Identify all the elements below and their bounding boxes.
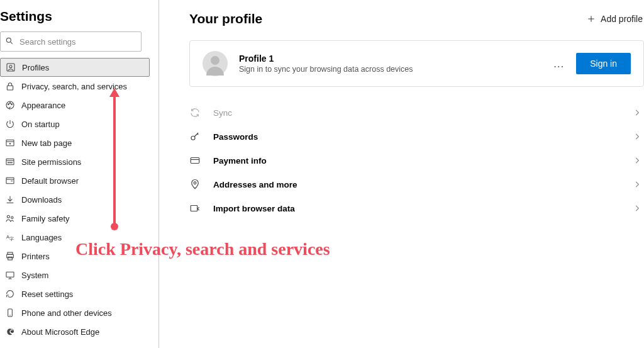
nav-item-downloads[interactable]: Downloads [0,190,150,209]
card-icon [189,155,201,166]
nav-label: Privacy, search, and services [21,82,127,91]
setting-sync: Sync [189,101,644,125]
main-header: Your profile Add profile [189,11,644,26]
svg-point-21 [7,215,9,218]
nav-label: System [21,271,48,280]
setting-label: Sync [213,108,633,118]
add-profile-label: Add profile [601,14,643,24]
avatar [203,51,228,76]
nav-item-newtab[interactable]: New tab page [0,133,150,152]
key-icon [189,131,201,142]
reset-icon [5,289,15,299]
svg-point-16 [9,162,10,163]
svg-text:字: 字 [9,236,14,242]
nav-label: Printers [21,252,50,261]
svg-point-8 [11,104,13,105]
system-icon [5,270,15,280]
phone-icon [5,308,15,318]
svg-rect-36 [191,158,199,164]
sync-icon [189,107,201,118]
svg-point-6 [8,104,9,105]
power-icon [5,119,15,129]
search-container [0,31,150,52]
family-icon [5,213,15,223]
nav-label: Profiles [22,63,49,72]
chevron-right-icon [633,132,641,141]
profile-name: Profile 1 [239,53,541,64]
svg-rect-27 [8,257,13,260]
nav-label: About Microsoft Edge [21,327,99,337]
nav-item-privacy[interactable]: Privacy, search, and services [0,77,150,96]
import-icon [189,203,201,214]
nav-item-about[interactable]: About Microsoft Edge [0,322,150,341]
profile-desc: Sign in to sync your browsing data acros… [239,65,541,74]
svg-point-22 [11,216,13,218]
svg-rect-13 [6,159,14,164]
nav-label: New tab page [21,138,72,148]
settings-title: Settings [0,5,150,31]
nav-item-permissions[interactable]: Site permissions [0,152,150,171]
lock-icon [5,81,15,91]
nav-item-reset[interactable]: Reset settings [0,284,150,303]
nav-label: Site permissions [21,157,81,167]
add-profile-button[interactable]: Add profile [587,14,644,24]
nav-item-printers[interactable]: Printers [0,247,150,266]
profile-settings-list: Sync Passwords Payment info Addresses an… [189,101,644,220]
profile-icon [6,62,16,72]
nav-item-family[interactable]: Family safety [0,209,150,228]
newtab-icon [5,138,15,148]
plus-icon [587,14,596,23]
svg-point-3 [9,65,12,68]
paint-icon [5,100,15,110]
download-icon [5,194,15,205]
svg-point-17 [11,162,12,163]
nav-label: Reset settings [21,289,73,299]
nav-item-defaultbrowser[interactable]: Default browser [0,171,150,190]
main-content: Your profile Add profile Profile 1 Sign … [159,0,644,348]
svg-rect-2 [7,64,14,71]
setting-payment[interactable]: Payment info [189,149,644,172]
svg-point-15 [8,162,9,163]
nav-label: Languages [21,233,62,242]
edge-icon [5,327,15,337]
svg-point-35 [191,136,195,140]
printer-icon [5,251,15,261]
nav-label: Family safety [21,214,70,223]
chevron-right-icon [633,204,641,213]
signin-button[interactable]: Sign in [576,53,631,74]
setting-import[interactable]: Import browser data [189,196,644,220]
nav-item-profiles[interactable]: Profiles [0,58,150,77]
svg-rect-4 [7,86,13,90]
search-input[interactable] [0,31,142,52]
profile-more-button[interactable]: … [541,57,576,70]
profile-info: Profile 1 Sign in to sync your browsing … [239,53,541,74]
setting-label: Passwords [213,132,633,142]
nav-label: Downloads [21,195,62,205]
chevron-right-icon [633,108,641,117]
nav-label: Appearance [21,101,65,110]
svg-point-38 [194,182,196,184]
setting-addresses[interactable]: Addresses and more [189,172,644,196]
nav-item-languages[interactable]: A字 Languages [0,228,150,247]
setting-passwords[interactable]: Passwords [189,125,644,149]
nav-label: Default browser [21,176,79,186]
nav-label: On startup [21,120,60,129]
location-icon [189,179,201,190]
nav-item-phone[interactable]: Phone and other devices [0,303,150,322]
profile-card: Profile 1 Sign in to sync your browsing … [189,40,644,87]
nav-list: Profiles Privacy, search, and services A… [0,58,150,341]
nav-label: Phone and other devices [21,308,112,318]
search-icon [5,36,14,45]
svg-rect-28 [6,272,14,277]
nav-item-appearance[interactable]: Appearance [0,96,150,115]
page-title: Your profile [189,11,262,26]
svg-line-1 [10,42,12,43]
setting-label: Import browser data [213,204,633,213]
nav-item-startup[interactable]: On startup [0,115,150,133]
svg-point-7 [9,103,11,104]
chevron-right-icon [633,156,641,165]
nav-item-system[interactable]: System [0,266,150,284]
chevron-right-icon [633,180,641,189]
svg-rect-39 [191,206,197,211]
language-icon: A字 [5,232,15,242]
